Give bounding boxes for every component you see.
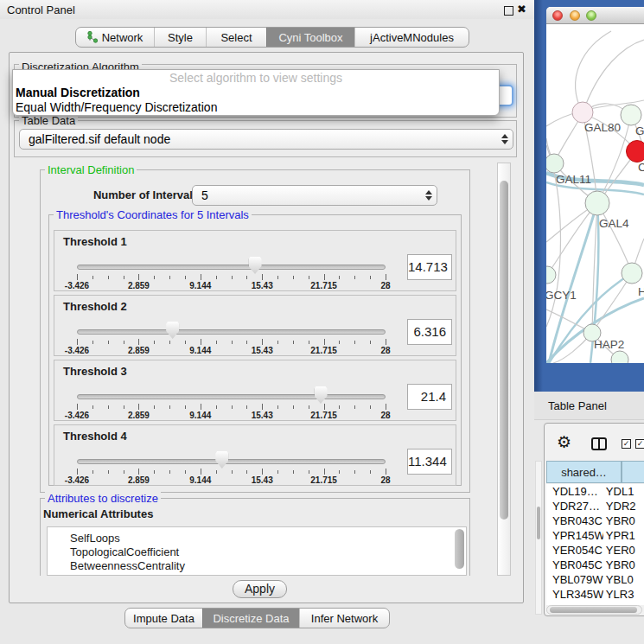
- network-node[interactable]: [585, 191, 609, 215]
- threshold-slider-handle[interactable]: [166, 322, 179, 339]
- table-row[interactable]: YBL079WYBL0: [546, 572, 644, 587]
- screen: Control Panel ✖ Network Style Select Cyn…: [0, 0, 644, 644]
- node-label: GAL11: [556, 173, 591, 186]
- control-panel-tabs: Network Style Select Cyni Toolbox jActiv…: [75, 27, 469, 48]
- table-data-combobox[interactable]: galFiltered.sif default node: [19, 129, 513, 150]
- tab-cyni-toolbox[interactable]: Cyni Toolbox: [266, 28, 354, 47]
- network-node[interactable]: [572, 102, 593, 123]
- network-node[interactable]: [621, 105, 641, 125]
- network-node[interactable]: [546, 154, 564, 173]
- tab-impute-data[interactable]: Impute Data: [125, 609, 202, 628]
- checkbox-icon[interactable]: ✓: [635, 439, 644, 449]
- attribute-list-item[interactable]: SelfLoops: [48, 532, 466, 545]
- threshold-panel: Threshold 3 -3.4262.8599.14415.4321.7152…: [54, 360, 456, 421]
- attributes-group-title: Attributes to discretize: [45, 492, 161, 505]
- network-window-titlebar[interactable]: [546, 7, 644, 24]
- table-row[interactable]: YDL19…YDL1: [546, 484, 644, 499]
- control-panel-title: Control Panel: [7, 3, 75, 16]
- slider-ticks: [77, 404, 386, 411]
- network-node[interactable]: [546, 266, 556, 284]
- node-label: GCY1: [546, 289, 577, 302]
- scrollbar-thumb[interactable]: [537, 507, 540, 539]
- network-node[interactable]: [622, 263, 642, 284]
- threshold-value-field[interactable]: 14.713: [407, 254, 452, 280]
- number-of-intervals-label: Number of Intervals: [69, 188, 199, 201]
- zoom-traffic-light[interactable]: [586, 10, 596, 21]
- float-window-icon[interactable]: [504, 6, 513, 16]
- threshold-slider-track[interactable]: [77, 394, 386, 399]
- table-row[interactable]: YER054CYER0: [546, 543, 644, 558]
- apply-button[interactable]: Apply: [233, 580, 287, 598]
- node-label: HAP2: [594, 338, 624, 351]
- threshold-panel: Threshold 4 -3.4262.8599.14415.4321.7152…: [54, 424, 456, 486]
- table-row[interactable]: YLR345WYLR3: [546, 587, 644, 602]
- cyni-bottom-tabs: Impute Data Discretize Data Infer Networ…: [124, 608, 390, 628]
- tab-select[interactable]: Select: [206, 28, 266, 47]
- threshold-slider-track[interactable]: [77, 459, 386, 464]
- interval-definition-title: Interval Definition: [45, 163, 137, 176]
- tab-network[interactable]: Network: [76, 28, 154, 47]
- tab-discretize-data[interactable]: Discretize Data: [202, 609, 299, 628]
- network-window: GAL80 GA C GAL11 GAL4 GCY1 HA HAP2: [546, 7, 644, 363]
- slider-scale-labels: -3.4262.8599.14415.4321.71528: [77, 281, 386, 291]
- dropdown-option-manual[interactable]: Manual Discretization: [13, 86, 499, 100]
- combo-stepper-icon: [421, 190, 437, 201]
- threshold-slider-handle[interactable]: [315, 386, 328, 404]
- threshold-label: Threshold 4: [63, 430, 127, 443]
- tab-jactivemnodules[interactable]: jActiveMNodules: [354, 28, 469, 47]
- network-node-selected[interactable]: [627, 141, 644, 163]
- scrollbar-thumb[interactable]: [500, 181, 508, 520]
- numerical-attributes-label: Numerical Attributes: [43, 507, 153, 520]
- table-panel-title: Table Panel: [548, 399, 607, 412]
- threshold-label: Threshold 1: [63, 235, 127, 248]
- numerical-attributes-list[interactable]: SelfLoopsTopologicalCoefficientBetweenne…: [47, 526, 467, 576]
- table-row[interactable]: YPR145WYPR1: [546, 528, 644, 543]
- threshold-slider-track[interactable]: [77, 265, 386, 270]
- settings-vertical-scrollbar[interactable]: [497, 163, 511, 576]
- close-traffic-light[interactable]: [552, 10, 563, 21]
- table-horizontal-scrollbar[interactable]: [546, 605, 642, 615]
- threshold-slider-handle[interactable]: [215, 451, 228, 469]
- thresholds-group-title: Threshold's Coordinates for 5 Intervals: [54, 208, 252, 221]
- slider-ticks: [77, 469, 386, 475]
- dropdown-option-equal-width[interactable]: Equal Width/Frequency Discretization: [13, 100, 499, 115]
- column-header-shared-name[interactable]: shared…: [546, 461, 622, 483]
- attribute-list-item[interactable]: TopologicalCoefficient: [48, 545, 466, 559]
- node-label: GAL4: [599, 217, 629, 230]
- table-row[interactable]: YBR043CYBR0: [546, 513, 644, 528]
- settings-viewport: Interval Definition Number of Intervals …: [14, 163, 497, 576]
- table-left-scrollbar[interactable]: [535, 461, 542, 615]
- algorithm-dropdown-popup: Select algorithm to view settings Manual…: [12, 69, 500, 116]
- tab-style[interactable]: Style: [154, 28, 206, 47]
- minimize-traffic-light[interactable]: [570, 10, 580, 21]
- attributes-list-scrollbar[interactable]: [455, 529, 464, 569]
- gear-icon[interactable]: ⚙: [557, 432, 571, 452]
- table-row[interactable]: YDR27…YDR2: [546, 499, 644, 513]
- threshold-value-field[interactable]: 11.344: [407, 449, 452, 475]
- threshold-value-field[interactable]: 6.316: [407, 319, 452, 345]
- network-tab-icon: [87, 31, 99, 43]
- threshold-label: Threshold 3: [63, 365, 127, 378]
- dropdown-placeholder: Select algorithm to view settings: [13, 70, 499, 86]
- attribute-list-item[interactable]: BetweennessCentrality: [48, 559, 466, 573]
- table-header-row: shared… na: [546, 461, 644, 483]
- split-panel-icon[interactable]: [591, 437, 607, 450]
- threshold-slider-handle[interactable]: [249, 257, 262, 274]
- threshold-slider-track[interactable]: [77, 329, 386, 335]
- slider-scale-labels: -3.4262.8599.14415.4321.71528: [77, 411, 386, 421]
- scrollbar-thumb[interactable]: [550, 607, 637, 613]
- slider-ticks: [77, 339, 386, 346]
- network-node[interactable]: [611, 351, 628, 363]
- slider-ticks: [77, 274, 386, 281]
- tab-infer-network[interactable]: Infer Network: [299, 609, 389, 628]
- number-of-intervals-combobox[interactable]: 5: [192, 185, 437, 206]
- column-header-name[interactable]: na: [622, 461, 644, 483]
- network-view[interactable]: GAL80 GA C GAL11 GAL4 GCY1 HA HAP2: [546, 24, 644, 363]
- checkbox-icon[interactable]: ✓: [622, 439, 631, 449]
- node-label: C: [638, 161, 644, 174]
- close-icon[interactable]: ✖: [517, 3, 526, 16]
- threshold-value-field[interactable]: 21.4: [407, 384, 452, 410]
- table-row[interactable]: YBR045CYBR0: [546, 558, 644, 572]
- table-data-group-title: Table Data: [19, 114, 78, 127]
- control-panel-titlebar: Control Panel ✖: [0, 0, 534, 19]
